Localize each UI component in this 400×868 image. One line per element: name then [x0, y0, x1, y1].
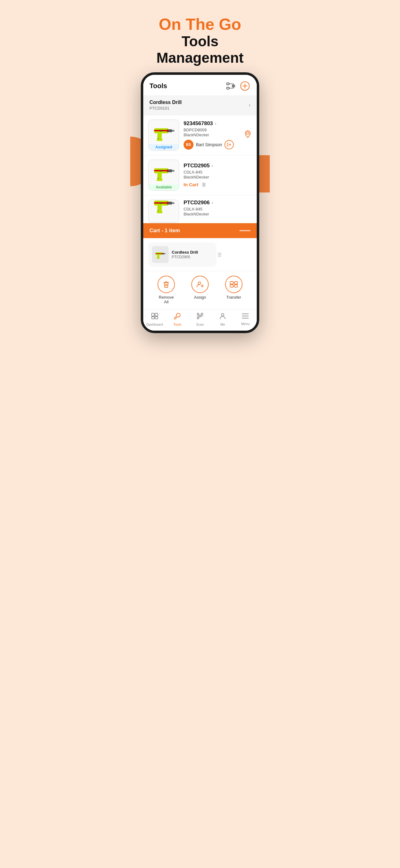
header-icons	[225, 81, 251, 92]
svg-rect-14	[157, 138, 163, 141]
assign-label: Assign	[194, 295, 206, 300]
tool-model: CDLX-845	[184, 170, 252, 175]
nav-me-label: Me	[221, 322, 225, 326]
svg-point-63	[222, 314, 224, 316]
incart-row: In Cart 🗑	[184, 182, 252, 187]
cart-item-info: Cordless Drill PTCD2905	[172, 250, 213, 259]
assignee-avatar: BS	[184, 140, 194, 150]
remove-all-button[interactable]: RemoveAll	[158, 276, 175, 304]
svg-rect-12	[172, 130, 174, 132]
tool-brand: BlackNDecker	[184, 175, 252, 180]
svg-rect-29	[172, 203, 174, 204]
login-icon-btn[interactable]	[225, 140, 234, 149]
svg-rect-49	[234, 282, 237, 284]
hierarchy-icon-btn[interactable]	[225, 81, 236, 92]
tool-brand: BlackNDecker	[184, 132, 239, 137]
app-title: Tools	[149, 82, 167, 90]
nav-me[interactable]: Me	[211, 313, 234, 326]
svg-rect-55	[152, 317, 155, 319]
remove-from-cart-icon[interactable]: 🗑	[202, 182, 206, 187]
tool-id-row: 9234567803 ›	[184, 120, 239, 127]
cart-item-thumb	[152, 246, 169, 263]
tool-image-wrap: Assigned	[148, 120, 179, 151]
svg-rect-31	[157, 211, 163, 213]
tool-info: PTCD2906 › CDLX-845 BlackNDecker	[184, 199, 252, 216]
tool-item: Assigned 9234567803 › BDPCD8009 BlackNDe…	[143, 115, 257, 155]
hero-line1: On The Go	[139, 16, 261, 33]
svg-rect-59	[197, 317, 199, 319]
svg-rect-23	[157, 178, 163, 181]
breadcrumb-name: Cordless Drill	[149, 100, 182, 105]
tool-item-partial: PTCD2906 › CDLX-845 BlackNDecker	[143, 195, 257, 223]
nav-menu-label: Menu	[241, 322, 250, 326]
nav-menu[interactable]: Menu	[234, 313, 257, 326]
tool-image-wrap: Available	[148, 160, 179, 191]
cart-header[interactable]: Cart - 1 item	[143, 223, 257, 238]
svg-rect-1	[227, 87, 229, 89]
tool-item: Available PTCD2905 › CDLX-845 BlackNDeck…	[143, 155, 257, 195]
drill-image	[151, 162, 176, 183]
tool-brand: BlackNDecker	[184, 212, 252, 216]
menu-nav-icon	[242, 313, 249, 321]
cart-item-card: Cordless Drill PTCD2905 🗑	[148, 243, 216, 267]
tool-id-chevron[interactable]: ›	[211, 163, 213, 168]
transfer-label: Transfer	[226, 295, 241, 300]
tool-info: 9234567803 › BDPCD8009 BlackNDecker BS B…	[184, 120, 239, 150]
transfer-button[interactable]: Transfer	[225, 276, 242, 304]
phone-shell: Tools	[141, 72, 259, 333]
tool-id-row: PTCD2906 ›	[184, 199, 252, 206]
nav-dashboard[interactable]: Dashboard	[143, 313, 166, 326]
tool-id-row: PTCD2905 ›	[184, 163, 252, 169]
scan-nav-icon	[197, 313, 203, 321]
svg-rect-15	[158, 137, 159, 139]
remove-all-label: RemoveAll	[159, 295, 174, 304]
svg-rect-0	[227, 83, 229, 85]
tool-id-chevron[interactable]: ›	[211, 200, 213, 206]
svg-rect-21	[172, 170, 174, 172]
assignee-name: Bart Simpson	[196, 142, 222, 147]
tool-image-wrap	[148, 199, 179, 223]
assign-button[interactable]: Assign	[191, 276, 209, 304]
tool-status-badge: Assigned	[148, 144, 179, 150]
breadcrumb[interactable]: Cordless Drill PTCD0101 ›	[143, 95, 257, 115]
svg-rect-38	[157, 254, 159, 258]
svg-rect-58	[201, 313, 203, 315]
tool-id: 9234567803	[184, 120, 213, 127]
tool-model: CDLX-845	[184, 207, 252, 211]
cart-item-id: PTCD2905	[172, 255, 213, 259]
nav-dashboard-label: Dashboard	[146, 322, 163, 326]
svg-point-34	[160, 203, 162, 204]
location-icon-btn[interactable]	[244, 130, 252, 140]
svg-rect-53	[152, 313, 155, 316]
svg-rect-37	[164, 253, 166, 254]
cart-item-trash-icon[interactable]: 🗑	[217, 251, 223, 258]
svg-point-44	[198, 282, 201, 284]
svg-rect-54	[155, 313, 158, 316]
add-tool-button[interactable]	[239, 81, 251, 92]
tool-id: PTCD2905	[184, 163, 210, 169]
cart-item-name: Cordless Drill	[172, 250, 213, 255]
nav-tools-label: Tools	[173, 322, 181, 326]
cart-panel: Cart - 1 item	[143, 223, 257, 309]
svg-point-18	[246, 132, 249, 134]
breadcrumb-id: PTCD0101	[149, 106, 182, 111]
svg-point-17	[160, 130, 162, 132]
nav-scan-label: Scan	[196, 322, 204, 326]
tool-model: BDPCD8009	[184, 128, 239, 132]
hero-line2: Tools Management	[139, 33, 261, 66]
tool-id-chevron[interactable]: ›	[215, 121, 216, 126]
svg-rect-47	[230, 282, 233, 284]
svg-rect-56	[155, 317, 158, 319]
tool-status-badge: Available	[148, 184, 179, 190]
drill-image	[151, 122, 176, 144]
cart-items-area: Cordless Drill PTCD2905 🗑	[143, 238, 257, 271]
svg-rect-48	[230, 285, 233, 287]
svg-rect-39	[157, 257, 160, 258]
assign-icon-circle	[191, 276, 209, 293]
nav-tools[interactable]: Tools	[166, 313, 189, 326]
tool-id: PTCD2906	[184, 199, 210, 206]
nav-scan[interactable]: Scan	[189, 313, 211, 326]
dashboard-nav-icon	[151, 313, 159, 321]
remove-all-icon-circle	[158, 276, 175, 293]
transfer-icon-circle	[225, 276, 242, 293]
